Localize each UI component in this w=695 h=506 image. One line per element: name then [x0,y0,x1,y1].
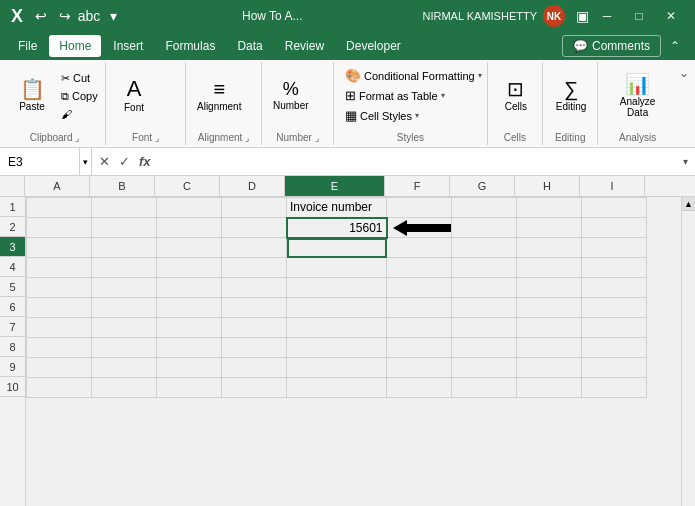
ribbon-collapse-btn[interactable]: ⌃ [663,34,687,58]
cell-i10[interactable] [582,378,647,398]
maximize-btn[interactable]: □ [623,0,655,32]
cell-h10[interactable] [517,378,582,398]
row-header-6[interactable]: 6 [0,297,25,317]
cell-h2[interactable] [517,218,582,238]
cell-b5[interactable] [92,278,157,298]
menu-file[interactable]: File [8,35,47,57]
cell-c5[interactable] [157,278,222,298]
cell-g10[interactable] [452,378,517,398]
cell-b3[interactable] [92,238,157,258]
conditional-formatting-btn[interactable]: 🎨 Conditional Formatting ▾ [340,66,487,85]
cell-d8[interactable] [222,338,287,358]
row-header-9[interactable]: 9 [0,357,25,377]
cell-h5[interactable] [517,278,582,298]
col-header-a[interactable]: A [25,176,90,196]
number-btn[interactable]: % Number [268,66,314,126]
cell-e8[interactable] [287,338,387,358]
cell-b2[interactable] [92,218,157,238]
vertical-scrollbar[interactable]: ▲ ▼ [681,197,695,506]
cell-c8[interactable] [157,338,222,358]
cell-h3[interactable] [517,238,582,258]
menu-data[interactable]: Data [227,35,272,57]
cell-e10[interactable] [287,378,387,398]
cell-g6[interactable] [452,298,517,318]
cell-a4[interactable] [27,258,92,278]
col-header-e[interactable]: E [285,176,385,196]
number-expand[interactable]: ⌟ [315,133,319,143]
undo-btn[interactable]: ↩ [32,7,50,25]
cell-d4[interactable] [222,258,287,278]
cell-g9[interactable] [452,358,517,378]
quick-access-dropdown[interactable]: ▾ [104,7,122,25]
cell-e5[interactable] [287,278,387,298]
scroll-up-btn[interactable]: ▲ [682,197,696,211]
cell-g2[interactable] [452,218,517,238]
format-table-btn[interactable]: ⊞ Format as Table ▾ [340,86,450,105]
cell-b10[interactable] [92,378,157,398]
col-header-f[interactable]: F [385,176,450,196]
cell-g7[interactable] [452,318,517,338]
cell-g1[interactable] [452,198,517,218]
menu-insert[interactable]: Insert [103,35,153,57]
copy-btn[interactable]: ⧉ Copy [56,88,103,105]
alignment-btn[interactable]: ≡ Alignment [192,66,246,126]
cell-ref-dropdown[interactable]: ▾ [80,157,91,167]
cell-i8[interactable] [582,338,647,358]
cell-d5[interactable] [222,278,287,298]
row-header-8[interactable]: 8 [0,337,25,357]
cell-e7[interactable] [287,318,387,338]
cell-e2[interactable]: 15601 [287,218,387,238]
cell-g8[interactable] [452,338,517,358]
cell-f7[interactable] [387,318,452,338]
row-header-1[interactable]: 1 [0,197,25,217]
menu-home[interactable]: Home [49,35,101,57]
cell-a1[interactable] [27,198,92,218]
cell-d6[interactable] [222,298,287,318]
cell-a6[interactable] [27,298,92,318]
cell-c6[interactable] [157,298,222,318]
cell-a5[interactable] [27,278,92,298]
cell-i2[interactable] [582,218,647,238]
formula-fx-btn[interactable]: fx [136,152,154,171]
col-header-i[interactable]: I [580,176,645,196]
clipboard-expand[interactable]: ⌟ [75,133,79,143]
cell-f8[interactable] [387,338,452,358]
comments-btn[interactable]: 💬 Comments [562,35,661,57]
cell-f3[interactable] [387,238,452,258]
format-painter-btn[interactable]: 🖌 [56,106,103,122]
cell-b8[interactable] [92,338,157,358]
cell-styles-btn[interactable]: ▦ Cell Styles ▾ [340,106,424,125]
cell-reference[interactable]: E3 [0,148,80,175]
cell-i6[interactable] [582,298,647,318]
cell-i4[interactable] [582,258,647,278]
cell-d1[interactable] [222,198,287,218]
cell-g3[interactable] [452,238,517,258]
cell-c10[interactable] [157,378,222,398]
formula-cancel-btn[interactable]: ✕ [96,152,113,171]
cell-b7[interactable] [92,318,157,338]
cell-f9[interactable] [387,358,452,378]
row-header-3[interactable]: 3 [0,237,25,257]
spellcheck-btn[interactable]: abc [80,7,98,25]
col-header-c[interactable]: C [155,176,220,196]
ribbon-toggle-btn[interactable]: ▣ [573,7,591,25]
cell-i7[interactable] [582,318,647,338]
menu-formulas[interactable]: Formulas [155,35,225,57]
cell-d7[interactable] [222,318,287,338]
cell-a9[interactable] [27,358,92,378]
cell-h9[interactable] [517,358,582,378]
cell-d2[interactable] [222,218,287,238]
cell-h1[interactable] [517,198,582,218]
cell-b6[interactable] [92,298,157,318]
cell-c1[interactable] [157,198,222,218]
cell-c7[interactable] [157,318,222,338]
col-header-b[interactable]: B [90,176,155,196]
analyze-data-btn[interactable]: 📊 Analyze Data [604,66,671,126]
cell-f10[interactable] [387,378,452,398]
row-header-10[interactable]: 10 [0,377,25,397]
row-header-7[interactable]: 7 [0,317,25,337]
cell-b1[interactable] [92,198,157,218]
row-header-2[interactable]: 2 [0,217,25,237]
user-avatar[interactable]: NK [543,5,565,27]
formula-confirm-btn[interactable]: ✓ [116,152,133,171]
